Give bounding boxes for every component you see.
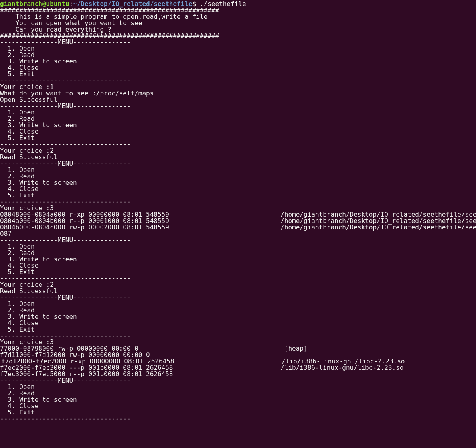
menu-item-open: 1. Open xyxy=(0,45,476,52)
menu-item-write: 3. Write to screen xyxy=(0,256,476,262)
want-to-see: What do you want to see :/proc/self/maps xyxy=(0,90,476,97)
menu-item-write: 3. Write to screen xyxy=(0,397,476,403)
choice-2: Your choice :2 xyxy=(0,148,476,154)
menu-header: ---------------MENU--------------- xyxy=(0,294,476,301)
menu-footer: ---------------------------------- xyxy=(0,275,476,282)
menu-item-close: 4. Close xyxy=(0,403,476,409)
menu-header: ---------------MENU--------------- xyxy=(0,39,476,45)
choice-2: Your choice :2 xyxy=(0,282,476,288)
menu-footer: ---------------------------------- xyxy=(0,77,476,84)
menu-header: ---------------MENU--------------- xyxy=(0,160,476,167)
menu-item-close: 4. Close xyxy=(0,262,476,269)
terminal-output[interactable]: giantbranch@ubuntu:~/Desktop/IO_related/… xyxy=(0,0,476,422)
menu-header: ---------------MENU--------------- xyxy=(0,237,476,243)
menu-item-close: 4. Close xyxy=(0,320,476,326)
menu-item-open: 1. Open xyxy=(0,167,476,173)
menu-item-write: 3. Write to screen xyxy=(0,180,476,186)
menu-item-close: 4. Close xyxy=(0,186,476,192)
menu-footer: ---------------------------------- xyxy=(0,416,476,422)
menu-footer: ---------------------------------- xyxy=(0,199,476,205)
menu-item-write: 3. Write to screen xyxy=(0,58,476,65)
menu-item-open: 1. Open xyxy=(0,301,476,307)
menu-item-open: 1. Open xyxy=(0,109,476,116)
menu-item-open: 1. Open xyxy=(0,243,476,250)
menu-item-open: 1. Open xyxy=(0,384,476,390)
menu-header: ---------------MENU--------------- xyxy=(0,377,476,384)
maps-line: 0804b000-0804c000 rw-p 00002000 08:01 54… xyxy=(0,224,476,231)
menu-item-write: 3. Write to screen xyxy=(0,314,476,320)
menu-footer: ---------------------------------- xyxy=(0,333,476,339)
menu-item-close: 4. Close xyxy=(0,128,476,135)
menu-header: ---------------MENU--------------- xyxy=(0,103,476,109)
menu-footer: ---------------------------------- xyxy=(0,141,476,148)
menu-item-close: 4. Close xyxy=(0,65,476,71)
menu-item-write: 3. Write to screen xyxy=(0,122,476,128)
